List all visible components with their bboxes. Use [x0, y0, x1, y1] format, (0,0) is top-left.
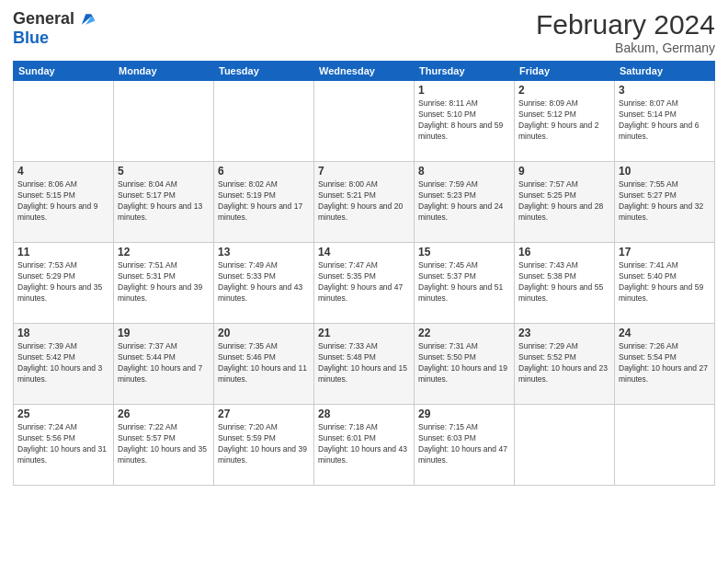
- day-info: Sunrise: 7:35 AM Sunset: 5:46 PM Dayligh…: [218, 341, 310, 385]
- day-info: Sunrise: 7:57 AM Sunset: 5:25 PM Dayligh…: [518, 179, 610, 224]
- calendar-subtitle: Bakum, Germany: [536, 40, 715, 55]
- day-info: Sunrise: 8:07 AM Sunset: 5:14 PM Dayligh…: [619, 98, 711, 143]
- week-row-5: 25Sunrise: 7:24 AM Sunset: 5:56 PM Dayli…: [14, 405, 715, 486]
- table-cell: [314, 81, 415, 162]
- day-info: Sunrise: 7:20 AM Sunset: 5:59 PM Dayligh…: [218, 422, 310, 466]
- day-info: Sunrise: 7:45 AM Sunset: 5:37 PM Dayligh…: [418, 260, 510, 304]
- day-number: 27: [218, 408, 310, 420]
- table-cell: 21Sunrise: 7:33 AM Sunset: 5:48 PM Dayli…: [314, 324, 415, 405]
- header-sunday: Sunday: [14, 62, 114, 81]
- header-friday: Friday: [515, 62, 615, 81]
- day-number: 29: [418, 408, 510, 420]
- day-info: Sunrise: 7:59 AM Sunset: 5:23 PM Dayligh…: [418, 179, 510, 224]
- day-number: 14: [318, 246, 410, 259]
- table-cell: [615, 405, 715, 486]
- day-number: 8: [418, 165, 510, 178]
- day-info: Sunrise: 7:55 AM Sunset: 5:27 PM Dayligh…: [619, 179, 711, 224]
- day-number: 12: [118, 246, 210, 259]
- table-cell: 24Sunrise: 7:26 AM Sunset: 5:54 PM Dayli…: [615, 324, 715, 405]
- day-info: Sunrise: 8:04 AM Sunset: 5:17 PM Dayligh…: [118, 179, 210, 224]
- table-cell: [114, 81, 214, 162]
- day-number: 19: [118, 327, 210, 339]
- week-row-3: 11Sunrise: 7:53 AM Sunset: 5:29 PM Dayli…: [14, 243, 715, 324]
- table-cell: 1Sunrise: 8:11 AM Sunset: 5:10 PM Daylig…: [415, 81, 515, 162]
- page: General Blue February 2024 Bakum, German…: [0, 0, 728, 563]
- day-number: 28: [318, 408, 410, 420]
- table-cell: 18Sunrise: 7:39 AM Sunset: 5:42 PM Dayli…: [14, 324, 114, 405]
- day-info: Sunrise: 7:53 AM Sunset: 5:29 PM Dayligh…: [17, 260, 109, 304]
- day-info: Sunrise: 7:31 AM Sunset: 5:50 PM Dayligh…: [418, 341, 510, 385]
- day-number: 25: [17, 408, 109, 420]
- day-info: Sunrise: 8:00 AM Sunset: 5:21 PM Dayligh…: [318, 179, 410, 224]
- calendar-title: February 2024: [536, 9, 715, 40]
- day-number: 6: [218, 165, 310, 178]
- table-cell: 22Sunrise: 7:31 AM Sunset: 5:50 PM Dayli…: [415, 324, 515, 405]
- table-cell: 16Sunrise: 7:43 AM Sunset: 5:38 PM Dayli…: [515, 243, 615, 324]
- table-cell: 7Sunrise: 8:00 AM Sunset: 5:21 PM Daylig…: [314, 162, 415, 243]
- table-cell: 20Sunrise: 7:35 AM Sunset: 5:46 PM Dayli…: [214, 324, 314, 405]
- day-number: 9: [518, 165, 610, 178]
- weekday-header-row: Sunday Monday Tuesday Wednesday Thursday…: [14, 62, 715, 81]
- table-cell: 3Sunrise: 8:07 AM Sunset: 5:14 PM Daylig…: [615, 81, 715, 162]
- day-info: Sunrise: 7:18 AM Sunset: 6:01 PM Dayligh…: [318, 422, 410, 466]
- day-number: 16: [518, 246, 610, 259]
- table-cell: 26Sunrise: 7:22 AM Sunset: 5:57 PM Dayli…: [114, 405, 214, 486]
- day-number: 18: [17, 327, 109, 339]
- day-number: 2: [518, 84, 610, 97]
- header-monday: Monday: [114, 62, 214, 81]
- table-cell: [515, 405, 615, 486]
- header: General Blue February 2024 Bakum, German…: [13, 9, 715, 55]
- day-info: Sunrise: 7:43 AM Sunset: 5:38 PM Dayligh…: [518, 260, 610, 304]
- day-number: 13: [218, 246, 310, 259]
- day-number: 5: [118, 165, 210, 178]
- table-cell: 6Sunrise: 8:02 AM Sunset: 5:19 PM Daylig…: [214, 162, 314, 243]
- day-number: 17: [619, 246, 711, 259]
- day-info: Sunrise: 7:37 AM Sunset: 5:44 PM Dayligh…: [118, 341, 210, 385]
- day-info: Sunrise: 7:24 AM Sunset: 5:56 PM Dayligh…: [17, 422, 109, 466]
- day-number: 3: [619, 84, 711, 97]
- day-info: Sunrise: 7:39 AM Sunset: 5:42 PM Dayligh…: [17, 341, 109, 385]
- table-cell: 13Sunrise: 7:49 AM Sunset: 5:33 PM Dayli…: [214, 243, 314, 324]
- title-block: February 2024 Bakum, Germany: [536, 9, 715, 55]
- logo-blue-text: Blue: [13, 29, 49, 47]
- table-cell: [214, 81, 314, 162]
- table-cell: [14, 81, 114, 162]
- day-number: 22: [418, 327, 510, 339]
- day-info: Sunrise: 8:02 AM Sunset: 5:19 PM Dayligh…: [218, 179, 310, 224]
- week-row-2: 4Sunrise: 8:06 AM Sunset: 5:15 PM Daylig…: [14, 162, 715, 243]
- day-info: Sunrise: 7:29 AM Sunset: 5:52 PM Dayligh…: [518, 341, 610, 385]
- logo-icon: [76, 9, 97, 29]
- day-number: 24: [619, 327, 711, 339]
- table-cell: 12Sunrise: 7:51 AM Sunset: 5:31 PM Dayli…: [114, 243, 214, 324]
- header-thursday: Thursday: [415, 62, 515, 81]
- logo-text: General: [13, 10, 74, 29]
- day-number: 7: [318, 165, 410, 178]
- day-number: 15: [418, 246, 510, 259]
- table-cell: 23Sunrise: 7:29 AM Sunset: 5:52 PM Dayli…: [515, 324, 615, 405]
- week-row-4: 18Sunrise: 7:39 AM Sunset: 5:42 PM Dayli…: [14, 324, 715, 405]
- header-tuesday: Tuesday: [214, 62, 314, 81]
- header-wednesday: Wednesday: [314, 62, 415, 81]
- day-number: 4: [17, 165, 109, 178]
- calendar-table: Sunday Monday Tuesday Wednesday Thursday…: [13, 61, 715, 486]
- table-cell: 27Sunrise: 7:20 AM Sunset: 5:59 PM Dayli…: [214, 405, 314, 486]
- logo: General Blue: [13, 9, 97, 48]
- table-cell: 11Sunrise: 7:53 AM Sunset: 5:29 PM Dayli…: [14, 243, 114, 324]
- day-info: Sunrise: 7:15 AM Sunset: 6:03 PM Dayligh…: [418, 422, 510, 466]
- day-number: 20: [218, 327, 310, 339]
- day-number: 10: [619, 165, 711, 178]
- day-number: 23: [518, 327, 610, 339]
- day-info: Sunrise: 8:11 AM Sunset: 5:10 PM Dayligh…: [418, 98, 510, 143]
- day-info: Sunrise: 7:49 AM Sunset: 5:33 PM Dayligh…: [218, 260, 310, 304]
- day-number: 21: [318, 327, 410, 339]
- day-info: Sunrise: 8:09 AM Sunset: 5:12 PM Dayligh…: [518, 98, 610, 143]
- day-info: Sunrise: 7:51 AM Sunset: 5:31 PM Dayligh…: [118, 260, 210, 304]
- table-cell: 4Sunrise: 8:06 AM Sunset: 5:15 PM Daylig…: [14, 162, 114, 243]
- table-cell: 9Sunrise: 7:57 AM Sunset: 5:25 PM Daylig…: [515, 162, 615, 243]
- table-cell: 5Sunrise: 8:04 AM Sunset: 5:17 PM Daylig…: [114, 162, 214, 243]
- table-cell: 17Sunrise: 7:41 AM Sunset: 5:40 PM Dayli…: [615, 243, 715, 324]
- table-cell: 14Sunrise: 7:47 AM Sunset: 5:35 PM Dayli…: [314, 243, 415, 324]
- day-number: 1: [418, 84, 510, 97]
- day-info: Sunrise: 7:33 AM Sunset: 5:48 PM Dayligh…: [318, 341, 410, 385]
- day-number: 11: [17, 246, 109, 259]
